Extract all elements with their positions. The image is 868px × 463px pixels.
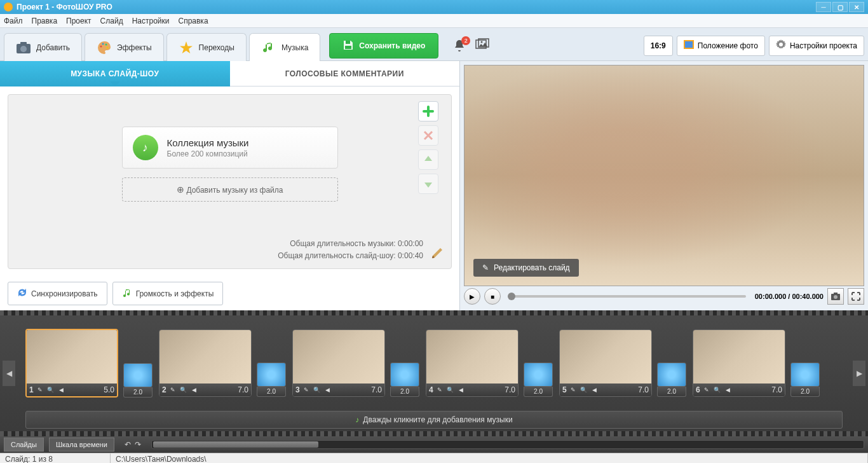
minimize-button[interactable]: ─ — [816, 2, 831, 12]
slide-thumb-5[interactable]: 5✎🔍◀7.0 — [559, 329, 652, 397]
svg-rect-13 — [685, 41, 693, 48]
slide-thumb-4[interactable]: 4✎🔍◀7.0 — [426, 329, 519, 397]
zoom-icon[interactable]: 🔍 — [713, 385, 722, 394]
timeline-next-button[interactable]: ▶ — [853, 361, 865, 386]
timeline-scrollbar[interactable] — [151, 440, 864, 449]
music-collection-subtitle: Более 200 композиций — [167, 149, 249, 158]
play-icon[interactable]: ◀ — [323, 385, 332, 394]
duration-info: Общая длительность музыки: 0:00:00 Общая… — [278, 238, 423, 262]
add-music-from-file-button[interactable]: ⊕ Добавить музыку из файла — [122, 177, 338, 202]
svg-rect-2 — [20, 42, 27, 45]
menu-help[interactable]: Справка — [178, 17, 208, 25]
stop-button[interactable]: ■ — [484, 288, 501, 305]
preview-image: ✎ Редактировать слайд — [464, 65, 864, 286]
undo-button[interactable]: ↶ — [125, 440, 131, 449]
pencil-icon: ✎ — [482, 263, 489, 272]
save-video-button[interactable]: Сохранить видео — [329, 33, 438, 59]
pencil-icon[interactable]: ✎ — [36, 385, 44, 394]
progress-bar[interactable] — [510, 295, 746, 298]
tab-effects[interactable]: Эффекты — [85, 33, 164, 61]
slide-thumb-1[interactable]: 1✎🔍◀5.0 — [25, 329, 118, 397]
gallery-icon[interactable] — [475, 38, 489, 53]
status-bar: Слайд: 1 из 8 C:\Users\Таня\Downloads\ — [0, 453, 868, 463]
pencil-icon[interactable]: ✎ — [702, 385, 711, 394]
edit-slide-button[interactable]: ✎ Редактировать слайд — [473, 259, 579, 277]
subtab-music-slideshow[interactable]: МУЗЫКА СЛАЙД-ШОУ — [0, 61, 230, 86]
menu-bar: Файл Правка Проект Слайд Настройки Справ… — [0, 14, 868, 28]
volume-effects-button[interactable]: Громкость и эффекты — [112, 282, 224, 305]
pencil-icon[interactable]: ✎ — [435, 385, 444, 394]
play-icon[interactable]: ◀ — [190, 385, 199, 394]
tab-add[interactable]: Добавить — [4, 33, 82, 61]
maximize-button[interactable]: ▢ — [832, 2, 848, 12]
transition-thumb-5[interactable]: 2.0 — [657, 363, 686, 397]
status-path: C:\Users\Таня\Downloads\ — [111, 453, 868, 463]
snapshot-button[interactable] — [827, 288, 844, 305]
play-icon[interactable]: ◀ — [57, 385, 66, 394]
view-slides-tab[interactable]: Слайды — [4, 438, 44, 452]
timeline-prev-button[interactable]: ◀ — [3, 361, 15, 386]
slide-thumb-6[interactable]: 6✎🔍◀7.0 — [693, 329, 785, 397]
time-display: 00:00.000 / 00:40.000 — [755, 293, 824, 300]
brush-icon[interactable] — [430, 245, 445, 261]
menu-settings[interactable]: Настройки — [132, 17, 170, 25]
svg-point-11 — [481, 41, 483, 43]
svg-point-6 — [107, 46, 109, 48]
svg-rect-8 — [345, 46, 351, 49]
zoom-icon[interactable]: 🔍 — [313, 385, 322, 394]
menu-edit[interactable]: Правка — [32, 17, 58, 25]
move-up-button[interactable] — [418, 149, 438, 170]
layout-button[interactable]: Положение фото — [677, 36, 765, 56]
music-collection-icon: ♪ — [133, 135, 158, 160]
zoom-icon[interactable]: 🔍 — [580, 385, 588, 394]
pencil-icon[interactable]: ✎ — [569, 385, 578, 394]
sync-button[interactable]: Синхронизировать — [8, 282, 107, 305]
redo-button[interactable]: ↷ — [135, 440, 141, 449]
transition-thumb-6[interactable]: 2.0 — [790, 363, 820, 397]
transition-thumb-4[interactable]: 2.0 — [524, 363, 553, 397]
music-track-hint[interactable]: ♪ Дважды кликните для добавления музыки — [25, 411, 843, 429]
aspect-ratio-button[interactable]: 16:9 — [644, 36, 673, 56]
tab-transitions[interactable]: Переходы — [166, 33, 247, 61]
title-bar: Проект 1 - ФотоШОУ PRO ─ ▢ ✕ — [0, 0, 868, 14]
play-icon[interactable]: ◀ — [724, 385, 733, 394]
menu-file[interactable]: Файл — [4, 17, 23, 25]
fullscreen-button[interactable] — [848, 288, 864, 305]
transition-thumb-3[interactable]: 2.0 — [390, 363, 419, 397]
subtab-voice-comments[interactable]: ГОЛОСОВЫЕ КОММЕНТАРИИ — [230, 61, 460, 86]
zoom-icon[interactable]: 🔍 — [46, 385, 55, 394]
delete-track-button[interactable] — [418, 125, 438, 146]
zoom-icon[interactable]: 🔍 — [446, 385, 455, 394]
slide-thumb-3[interactable]: 3✎🔍◀7.0 — [292, 329, 385, 397]
close-button[interactable]: ✕ — [849, 2, 864, 12]
music-collection-button[interactable]: ♪ Коллекция музыки Более 200 композиций — [122, 127, 338, 169]
svg-point-1 — [20, 46, 27, 52]
play-button[interactable]: ▶ — [464, 288, 480, 305]
menu-project[interactable]: Проект — [66, 17, 92, 25]
tab-music[interactable]: Музыка — [249, 33, 320, 61]
pencil-icon[interactable]: ✎ — [168, 385, 177, 394]
zoom-icon[interactable]: 🔍 — [179, 385, 188, 394]
transition-thumb-1[interactable]: 2.0 — [123, 363, 153, 397]
app-icon — [4, 3, 13, 11]
notification-badge: 2 — [461, 36, 470, 45]
main-toolbar: Добавить Эффекты Переходы Музыка Сохрани… — [0, 28, 868, 61]
play-icon[interactable]: ◀ — [590, 385, 599, 394]
play-icon[interactable]: ◀ — [457, 385, 466, 394]
star-icon — [179, 40, 194, 55]
notifications-button[interactable]: 2 — [452, 39, 466, 53]
view-timeline-tab[interactable]: Шкала времени — [49, 438, 114, 452]
music-note-icon — [261, 40, 276, 55]
svg-point-3 — [100, 45, 102, 47]
move-down-button[interactable] — [418, 174, 438, 194]
slide-thumb-2[interactable]: 2✎🔍◀7.0 — [159, 329, 252, 397]
layout-icon — [684, 40, 694, 51]
transition-thumb-2[interactable]: 2.0 — [257, 363, 286, 397]
window-title: Проект 1 - ФотоШОУ PRO — [17, 3, 112, 11]
svg-point-4 — [102, 43, 104, 45]
menu-slide[interactable]: Слайд — [100, 17, 123, 25]
add-track-button[interactable] — [418, 101, 438, 121]
project-settings-button[interactable]: Настройки проекта — [769, 36, 864, 56]
preview-panel: ✎ Редактировать слайд ▶ ■ 00:00.000 / 00… — [460, 61, 868, 310]
pencil-icon[interactable]: ✎ — [302, 385, 311, 394]
